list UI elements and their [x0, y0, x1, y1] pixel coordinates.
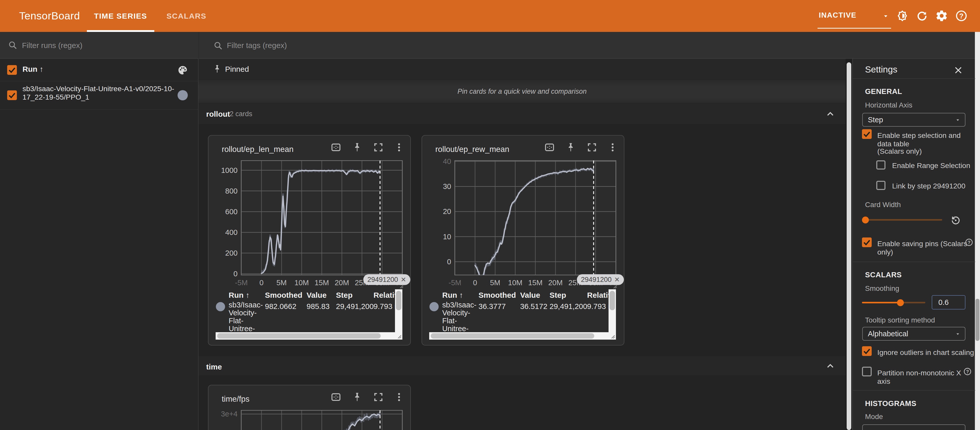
- table-horizontal-scrollbar[interactable]: [429, 332, 616, 340]
- column-header-relative[interactable]: Relative: [374, 291, 395, 300]
- more-options-icon[interactable]: [607, 142, 618, 153]
- pin-card-icon[interactable]: [352, 392, 363, 403]
- svg-text:3e+4: 3e+4: [221, 410, 238, 418]
- runs-column-header[interactable]: Run ↑: [22, 65, 43, 73]
- fullscreen-icon[interactable]: [373, 142, 384, 153]
- gear-icon[interactable]: [935, 10, 948, 22]
- saving-pins-checkbox[interactable]: [862, 238, 872, 247]
- scrollbar-thumb[interactable]: [975, 299, 980, 341]
- column-header-step[interactable]: Step: [336, 291, 353, 300]
- card-width-slider-thumb[interactable]: [862, 217, 869, 224]
- close-icon[interactable]: [953, 65, 963, 75]
- ignore-outliers-label: Ignore outliers in chart scaling: [877, 348, 974, 357]
- smoothing-slider-thumb[interactable]: [897, 299, 904, 306]
- line-chart[interactable]: 3e+4-5M05M10M15M20M25M30M35M: [216, 408, 405, 430]
- step-selection-checkbox[interactable]: [862, 129, 872, 139]
- more-options-icon[interactable]: [393, 142, 405, 153]
- partition-x-axis-checkbox[interactable]: [862, 367, 872, 376]
- partition-x-axis-label: Partition non-monotonic X axis: [877, 369, 975, 386]
- run-list-item[interactable]: sb3/Isaac-Velocity-Flat-Unitree-A1-v0/20…: [0, 81, 199, 109]
- select-all-runs-checkbox[interactable]: [7, 65, 17, 75]
- column-header-smoothed[interactable]: Smoothed: [479, 291, 516, 300]
- table-step-value: 29,491,200: [549, 302, 587, 311]
- smoothing-value-input[interactable]: [932, 295, 966, 309]
- reset-card-width-icon[interactable]: [949, 214, 961, 226]
- link-by-step-checkbox[interactable]: [876, 181, 886, 190]
- tooltip-sorting-label: Tooltip sorting method: [865, 316, 935, 324]
- page-scrollbar[interactable]: [975, 32, 980, 430]
- tensorboard-app: TensorBoard TIME SERIES SCALARS INACTIVE…: [0, 0, 980, 430]
- settings-panel: Settings GENERAL Horizontal Axis Step En…: [852, 59, 975, 430]
- column-header-relative[interactable]: Relative: [587, 291, 609, 300]
- scrollbar-thumb[interactable]: [609, 291, 615, 310]
- reload-icon[interactable]: [916, 10, 928, 22]
- resize-handle-icon[interactable]: [398, 283, 404, 289]
- tab-time-series[interactable]: TIME SERIES: [84, 0, 157, 32]
- svg-text:400: 400: [225, 228, 238, 236]
- smoothing-label: Smoothing: [865, 284, 899, 293]
- status-caret-icon[interactable]: [882, 12, 889, 20]
- chip-close-icon[interactable]: ✕: [614, 276, 620, 284]
- scrollbar-thumb[interactable]: [217, 333, 381, 339]
- table-horizontal-scrollbar[interactable]: [216, 332, 402, 340]
- status-underline: [818, 28, 891, 29]
- table-vertical-scrollbar[interactable]: [609, 289, 616, 333]
- column-header-run[interactable]: Run ↑: [442, 291, 463, 300]
- main-scrollbar[interactable]: [846, 59, 852, 430]
- scrollbar-thumb[interactable]: [396, 291, 401, 310]
- resize-handle-icon[interactable]: [609, 333, 616, 340]
- table-smoothed-value: 982.0662: [265, 302, 296, 311]
- filter-toolbar: AllScalarsImageHistogram Settings: [0, 32, 980, 59]
- tooltip-sorting-select[interactable]: Alphabetical: [862, 327, 966, 341]
- svg-text:800: 800: [225, 187, 238, 195]
- filter-runs-input[interactable]: [21, 32, 175, 59]
- pin-card-icon[interactable]: [565, 142, 576, 153]
- svg-text:10M: 10M: [508, 279, 522, 287]
- table-vertical-scrollbar[interactable]: [395, 289, 402, 333]
- chip-close-icon[interactable]: ✕: [401, 276, 406, 284]
- more-options-icon[interactable]: [393, 392, 405, 403]
- svg-text:1000: 1000: [221, 166, 238, 175]
- cards-area: Pinned Pin cards for a quick view and co…: [199, 59, 846, 430]
- column-header-value[interactable]: Value: [307, 291, 326, 300]
- ignore-outliers-checkbox[interactable]: [862, 346, 872, 356]
- scrollbar-thumb[interactable]: [846, 62, 851, 430]
- help-icon[interactable]: ?: [965, 238, 974, 247]
- range-selection-checkbox[interactable]: [876, 160, 886, 170]
- table-run-name: sb3/Isaac-Velocity-Flat-Unitree-A1-v0/20…: [442, 301, 476, 334]
- table-relative-value: 9.793 m: [374, 302, 395, 311]
- card-width-slider[interactable]: [862, 219, 942, 221]
- horizontal-axis-select[interactable]: Step: [862, 113, 966, 127]
- pin-card-icon[interactable]: [352, 142, 363, 153]
- run-color-dot: [178, 90, 188, 100]
- svg-text:200: 200: [225, 249, 238, 257]
- column-header-value[interactable]: Value: [520, 291, 540, 300]
- svg-text:0: 0: [259, 279, 263, 287]
- fit-to-data-icon[interactable]: [330, 392, 342, 403]
- link-by-step-label: Link by step 29491200: [892, 182, 966, 190]
- histogram-mode-select[interactable]: [862, 424, 966, 430]
- divider: [853, 78, 975, 79]
- run-checkbox[interactable]: [7, 90, 17, 100]
- filter-tags-input[interactable]: [226, 32, 456, 59]
- smoothing-slider-fill: [862, 302, 900, 303]
- fit-to-data-icon[interactable]: [544, 142, 555, 153]
- palette-icon[interactable]: [177, 65, 188, 76]
- help-icon[interactable]: ?: [955, 10, 968, 22]
- brightness-toggle-icon[interactable]: [896, 10, 909, 22]
- tab-scalars[interactable]: SCALARS: [157, 0, 216, 32]
- fit-to-data-icon[interactable]: [330, 142, 342, 153]
- svg-text:0: 0: [234, 270, 238, 278]
- scalars-heading: SCALARS: [865, 271, 902, 279]
- column-header-step[interactable]: Step: [549, 291, 566, 300]
- fullscreen-icon[interactable]: [586, 142, 598, 153]
- column-header-smoothed[interactable]: Smoothed: [265, 291, 302, 300]
- card-title: time/fps: [222, 395, 250, 404]
- resize-handle-icon[interactable]: [396, 333, 402, 340]
- status-dropdown-label[interactable]: INACTIVE: [819, 0, 856, 30]
- help-icon[interactable]: ?: [963, 367, 972, 376]
- resize-handle-icon[interactable]: [612, 283, 618, 289]
- column-header-run[interactable]: Run ↑: [229, 291, 250, 300]
- scrollbar-thumb[interactable]: [431, 333, 594, 339]
- fullscreen-icon[interactable]: [373, 392, 384, 403]
